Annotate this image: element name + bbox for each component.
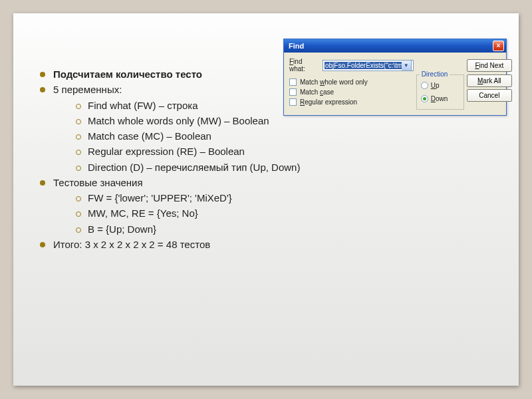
chevron-down-icon: ▼ [404,63,409,68]
chk-regex-label: Regular expression [300,98,357,106]
presentation-slide: Подсчитаем количество тесто 5 переменных… [13,13,519,386]
close-icon: × [497,42,501,49]
mark-all-button[interactable]: Mark All [467,74,512,87]
sub-mc: Match case (MC) – Boolean [72,128,495,144]
sub-direction: Direction (D) – перечисляемый тип (Up, D… [72,160,495,175]
checkbox-icon [289,88,297,96]
radio-up-label: Up [431,82,440,89]
cancel-button[interactable]: Cancel [467,89,512,102]
chk-whole-word[interactable]: Match whole word only [289,77,414,87]
tv-flags: MW, MC, RE = {Yes; No} [72,205,495,221]
find-next-button[interactable]: Find Next [467,59,512,72]
tv-direction: В = {Up; Down} [72,221,495,237]
find-what-input[interactable]: objFso.FolderExists("c:\tmp") [323,60,414,71]
find-what-value: objFso.FolderExists("c:\tmp") [325,62,412,69]
chk-match-case[interactable]: Match case [289,87,414,97]
radio-down[interactable]: Down [421,94,460,104]
bullet-test-values: Тестовые значения FW = {'lower'; 'UPPER'… [37,175,495,237]
find-dialog: Find × Find what: objFso.FolderExists("c… [283,39,507,116]
find-what-label: Find what: [289,58,320,72]
chk-match-case-label: Match case [300,88,334,96]
sub-re: Regular expression (RE) – Boolean [72,144,495,159]
combo-dropdown-button[interactable]: ▼ [402,60,412,71]
checkbox-icon [289,78,297,86]
close-button[interactable]: × [493,41,504,51]
tv-fw: FW = {'lower'; 'UPPER'; 'MiXeD'} [72,190,495,205]
chk-regex[interactable]: Regular expression [289,97,414,107]
titlebar[interactable]: Find × [284,39,506,53]
checkbox-group: Match whole word only Match case Regular… [289,77,414,107]
chk-whole-word-label: Match whole word only [300,78,368,86]
radio-down-label: Down [431,95,448,102]
dialog-title: Find [289,42,304,50]
radio-icon [421,95,428,102]
dialog-body: Find what: objFso.FolderExists("c:\tmp")… [284,53,506,115]
direction-group: Direction Up Down [416,74,464,110]
direction-legend: Direction [420,70,450,78]
bullet-total: Итого: 3 x 2 x 2 x 2 x 2 = 48 тестов [37,237,495,252]
checkbox-icon [289,98,297,106]
radio-icon [421,82,428,89]
radio-up[interactable]: Up [421,80,460,90]
